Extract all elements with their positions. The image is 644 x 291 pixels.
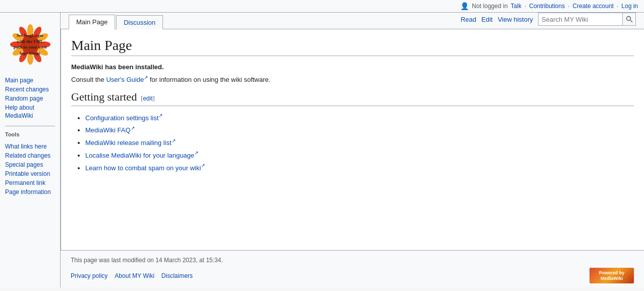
what-links-link[interactable]: What links here <box>5 143 47 150</box>
user-icon: 👤 <box>460 2 469 10</box>
sidebar-item-random-page[interactable]: Random page <box>5 94 55 103</box>
users-guide-link[interactable]: User's Guide <box>106 76 148 83</box>
list-item: Localise MediaWiki for your language <box>85 149 634 161</box>
sidebar-item-help[interactable]: Help about MediaWiki <box>5 104 55 120</box>
consult-prefix: Consult the <box>71 76 106 83</box>
sidebar-item-special-pages[interactable]: Special pages <box>5 161 55 169</box>
logo-area: Set $wgLogos with the URL path to your o… <box>0 17 60 72</box>
list-item: Configuration settings list <box>85 111 634 124</box>
sidebar-navigation: Main page Recent changes Random page Hel… <box>0 72 60 123</box>
list-item: MediaWiki release mailing list <box>85 136 634 149</box>
sidebar-item-main-page[interactable]: Main page <box>5 76 55 84</box>
edit-link-tab[interactable]: Edit <box>481 16 493 23</box>
page-tabs: Main Page Discussion Read Edit View hist… <box>61 13 644 29</box>
search-button[interactable] <box>623 13 636 26</box>
help-link[interactable]: Help about MediaWiki <box>5 104 34 119</box>
top-bar: 👤 Not logged in Talk · Contributions · C… <box>0 0 644 13</box>
tools-list: What links here Related changes Special … <box>5 142 55 196</box>
read-link[interactable]: Read <box>461 16 476 23</box>
edit-section-link[interactable]: edit <box>143 95 152 102</box>
footer-modified-text: This page was last modified on 14 March … <box>71 257 634 264</box>
layout: Set $wgLogos with the URL path to your o… <box>0 13 644 287</box>
recent-changes-link[interactable]: Recent changes <box>5 86 49 93</box>
mediawiki-faq-link[interactable]: MediaWiki FAQ <box>85 126 135 134</box>
sidebar-item-printable[interactable]: Printable version <box>5 170 55 178</box>
search-icon <box>626 16 633 23</box>
notice-text: MediaWiki has been installed. <box>71 63 164 71</box>
svg-line-15 <box>630 20 632 22</box>
search-input[interactable] <box>538 13 623 26</box>
sidebar-item-permanent[interactable]: Permanent link <box>5 179 55 187</box>
tab-main-page[interactable]: Main Page <box>69 15 115 29</box>
main-area: Main Page Discussion Read Edit View hist… <box>61 13 644 287</box>
content: Main Page MediaWiki has been installed. … <box>61 29 644 250</box>
powered-by-badge: Powered byMediaWiki <box>589 268 634 283</box>
tabs-right: Read Edit View history <box>461 13 636 29</box>
special-pages-link[interactable]: Special pages <box>5 161 43 168</box>
list-item: MediaWiki FAQ <box>85 124 634 136</box>
sidebar-item-recent-changes[interactable]: Recent changes <box>5 85 55 93</box>
footer-links-left: Privacy policy About MY Wiki Disclaimers <box>71 272 193 279</box>
related-changes-link[interactable]: Related changes <box>5 152 50 159</box>
not-logged-in-text: Not logged in <box>472 3 508 10</box>
sidebar-divider <box>5 126 55 126</box>
tools-label: Tools <box>0 129 60 138</box>
contributions-link[interactable]: Contributions <box>529 3 565 10</box>
sidebar: Set $wgLogos with the URL path to your o… <box>0 13 61 287</box>
tab-discussion[interactable]: Discussion <box>116 15 163 29</box>
random-page-link[interactable]: Random page <box>5 95 43 102</box>
main-page-link[interactable]: Main page <box>5 77 33 84</box>
talk-link[interactable]: Talk <box>511 3 521 10</box>
sidebar-item-related-changes[interactable]: Related changes <box>5 152 55 160</box>
sidebar-item-page-info[interactable]: Page information <box>5 188 55 196</box>
search-form <box>538 13 636 26</box>
log-in-link[interactable]: Log in <box>621 3 638 10</box>
nav-list: Main page Recent changes Random page Hel… <box>5 76 55 120</box>
create-account-link[interactable]: Create account <box>573 3 614 10</box>
privacy-policy-link[interactable]: Privacy policy <box>71 272 108 279</box>
getting-started-heading: Getting started [edit] <box>71 90 634 106</box>
about-wiki-link[interactable]: About MY Wiki <box>115 272 154 279</box>
localise-link[interactable]: Localise MediaWiki for your language <box>85 152 198 159</box>
page-title: Main Page <box>71 37 634 56</box>
sidebar-tools: What links here Related changes Special … <box>0 138 60 199</box>
mailing-list-link[interactable]: MediaWiki release mailing list <box>85 139 176 147</box>
consult-text: Consult the User's Guide for information… <box>71 75 634 83</box>
page-info-link[interactable]: Page information <box>5 188 51 196</box>
getting-started-list: Configuration settings list MediaWiki FA… <box>71 111 634 174</box>
disclaimers-link[interactable]: Disclaimers <box>162 272 193 279</box>
logo-text: Set $wgLogos with the URL path to your o… <box>13 33 48 57</box>
printable-link[interactable]: Printable version <box>5 170 50 177</box>
permanent-link[interactable]: Permanent link <box>5 179 45 186</box>
svg-point-14 <box>626 17 630 21</box>
sidebar-item-what-links[interactable]: What links here <box>5 142 55 151</box>
tabs-left: Main Page Discussion <box>69 14 164 29</box>
list-item: Learn how to combat spam on your wiki <box>85 161 634 174</box>
notice-box: MediaWiki has been installed. <box>71 63 634 71</box>
spam-link[interactable]: Learn how to combat spam on your wiki <box>85 164 205 172</box>
config-settings-link[interactable]: Configuration settings list <box>85 114 163 122</box>
mediawiki-logo: Powered byMediaWiki <box>589 268 634 283</box>
footer-links: Privacy policy About MY Wiki Disclaimers… <box>71 268 634 283</box>
footer: This page was last modified on 14 March … <box>61 250 644 287</box>
consult-suffix: for information on using the wiki softwa… <box>148 76 271 83</box>
view-history-link[interactable]: View history <box>498 16 533 23</box>
